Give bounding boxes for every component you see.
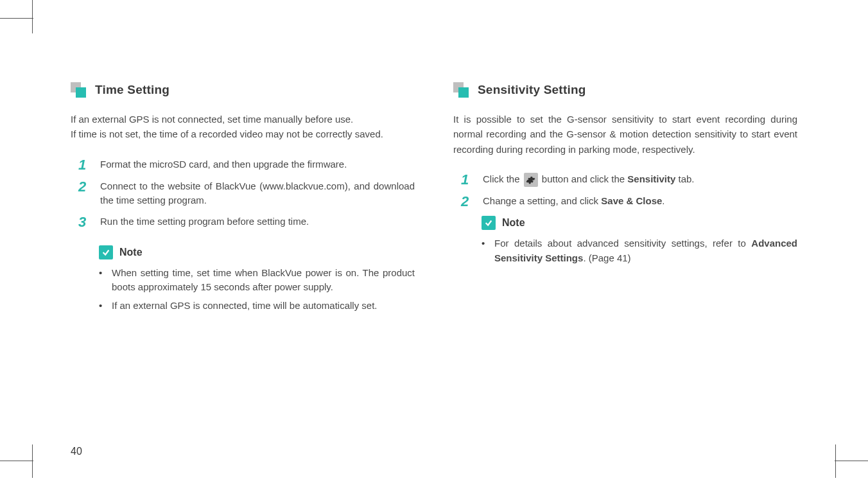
note-text: For details about advanced sensitivity s… bbox=[494, 236, 797, 265]
page-number: 40 bbox=[71, 446, 82, 457]
bullet-icon: • bbox=[482, 236, 487, 265]
text-fragment: Click the bbox=[483, 173, 523, 184]
crop-mark bbox=[0, 446, 33, 461]
section-icon bbox=[71, 82, 86, 98]
step-number: 3 bbox=[78, 215, 90, 230]
step-item: 2 Connect to the website of BlackVue (ww… bbox=[71, 179, 415, 208]
crop-mark bbox=[0, 18, 33, 33]
check-icon bbox=[99, 245, 113, 259]
text-fragment: Change a setting, and click bbox=[483, 195, 601, 206]
gear-icon bbox=[524, 173, 538, 187]
section-icon bbox=[453, 82, 469, 98]
note-block: Note • For details about advanced sensit… bbox=[453, 216, 797, 265]
text-fragment: . (Page 41) bbox=[583, 252, 630, 263]
text-bold: Save & Close bbox=[601, 195, 662, 206]
note-block: Note • When setting time, set time when … bbox=[71, 245, 415, 313]
section-title: Sensitivity Setting bbox=[478, 83, 586, 97]
bullet-icon: • bbox=[99, 266, 104, 295]
section-header-time: Time Setting bbox=[71, 82, 415, 98]
intro-line: If time is not set, the time of a record… bbox=[71, 128, 383, 139]
check-icon bbox=[482, 216, 496, 230]
section-title: Time Setting bbox=[95, 83, 169, 97]
step-item: 2 Change a setting, and click Save & Clo… bbox=[453, 194, 797, 209]
step-item: 1 Format the microSD card, and then upgr… bbox=[71, 157, 415, 173]
bullet-icon: • bbox=[99, 299, 104, 313]
step-number: 1 bbox=[461, 172, 473, 188]
step-item: 1 Click the button and click the Sensiti… bbox=[453, 172, 797, 188]
step-item: 3 Run the time setting program before se… bbox=[71, 215, 415, 230]
note-item: • For details about advanced sensitivity… bbox=[482, 236, 797, 265]
note-item: • When setting time, set time when Black… bbox=[99, 266, 415, 295]
left-column: Time Setting If an external GPS is not c… bbox=[71, 82, 415, 317]
step-number: 2 bbox=[461, 194, 473, 209]
text-fragment: button and click the bbox=[539, 173, 628, 184]
note-item: • If an external GPS is connected, time … bbox=[99, 299, 415, 313]
text-fragment: . bbox=[662, 195, 664, 206]
text-fragment: For details about advanced sensitivity s… bbox=[494, 238, 751, 249]
step-number: 2 bbox=[78, 179, 90, 208]
step-text: Format the microSD card, and then upgrad… bbox=[100, 157, 347, 173]
intro-line: If an external GPS is not connected, set… bbox=[71, 114, 353, 125]
note-title: Note bbox=[502, 217, 525, 229]
step-text: Change a setting, and click Save & Close… bbox=[483, 194, 665, 209]
crop-mark bbox=[835, 446, 868, 461]
note-title: Note bbox=[119, 247, 143, 258]
note-header: Note bbox=[99, 245, 415, 259]
step-text: Connect to the website of BlackVue (www.… bbox=[100, 179, 415, 208]
right-column: Sensitivity Setting It is possible to se… bbox=[453, 82, 797, 317]
step-number: 1 bbox=[78, 157, 90, 173]
section-header-sensitivity: Sensitivity Setting bbox=[453, 82, 797, 98]
intro-text: It is possible to set the G-sensor sensi… bbox=[453, 112, 797, 157]
intro-text: If an external GPS is not connected, set… bbox=[71, 112, 415, 142]
note-text: When setting time, set time when BlackVu… bbox=[112, 266, 415, 295]
text-fragment: tab. bbox=[675, 173, 694, 184]
step-text: Click the button and click the Sensitivi… bbox=[483, 172, 695, 188]
note-text: If an external GPS is connected, time wi… bbox=[112, 299, 378, 313]
note-header: Note bbox=[482, 216, 797, 230]
text-bold: Sensitivity bbox=[627, 173, 675, 184]
page-content: Time Setting If an external GPS is not c… bbox=[32, 18, 836, 461]
step-text: Run the time setting program before sett… bbox=[100, 215, 309, 230]
